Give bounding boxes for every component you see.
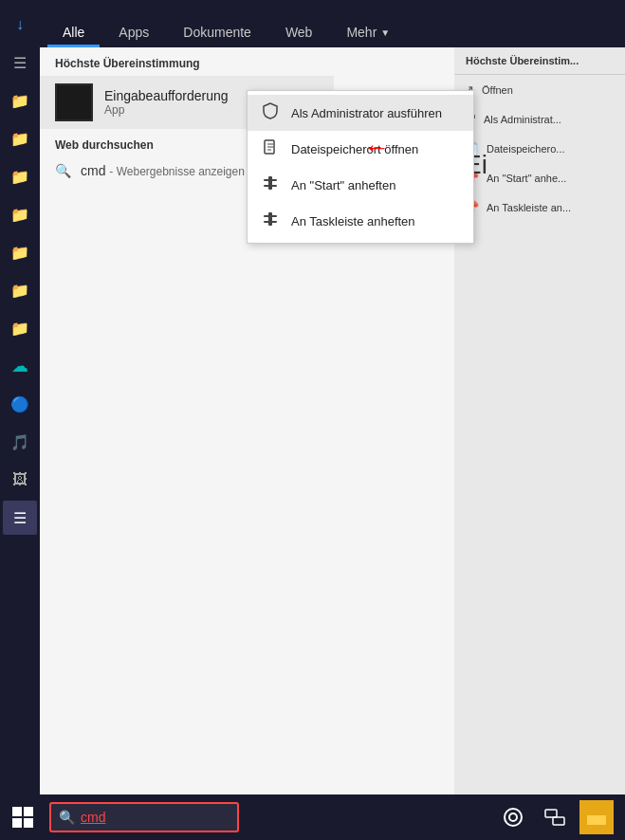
right-panel-item-open[interactable]: ↗ Öffnen [454, 75, 625, 104]
taskbar-system-icons [496, 800, 625, 834]
result-name: Eingabeaufforderung [104, 88, 229, 103]
start-button[interactable] [0, 794, 46, 840]
tab-apps[interactable]: Apps [103, 17, 164, 47]
best-match-title: Höchste Übereinstimmung [40, 47, 334, 76]
pin-task-icon-ctx [261, 210, 280, 231]
shield-icon-ctx [261, 102, 280, 123]
file-icon-ctx [261, 138, 280, 159]
context-menu: Als Administrator ausführen Dateispeiche… [247, 90, 474, 244]
taskbar: 🔍 cmd [0, 794, 625, 840]
context-item-admin[interactable]: Als Administrator ausführen [248, 95, 473, 131]
web-query-text: cmd - Webergebnisse anzeigen [81, 163, 245, 178]
tab-web[interactable]: Web [270, 17, 328, 47]
context-label-file: Dateispeicherort öffnen [291, 142, 418, 156]
tab-mehr[interactable]: Mehr ▼ [331, 17, 405, 47]
svg-rect-9 [12, 818, 22, 828]
sidebar-icon-photos[interactable]: 🖼 [3, 463, 37, 497]
svg-point-12 [509, 813, 517, 821]
context-label-pinstart: An "Start" anheften [291, 178, 395, 192]
svg-rect-13 [545, 810, 557, 817]
sidebar-icon-folder4[interactable]: 📁 [3, 197, 37, 231]
sidebar-icon-active[interactable]: ☰ [3, 501, 37, 535]
web-search-icon: 🔍 [55, 163, 71, 178]
sidebar-icon-folder3[interactable]: 📁 [3, 159, 37, 193]
mehr-chevron-icon: ▼ [380, 27, 390, 38]
sidebar-icon-music[interactable]: 🎵 [3, 425, 37, 459]
context-label-admin: Als Administrator ausführen [291, 106, 442, 120]
svg-point-11 [505, 809, 522, 826]
tab-alle[interactable]: Alle [47, 17, 100, 47]
taskbar-cortana-icon[interactable] [496, 800, 530, 834]
sidebar-icon-folder6[interactable]: 📁 [3, 273, 37, 307]
sidebar-icon-folder7[interactable]: 📁 [3, 311, 37, 345]
red-arrow-indicator: ← [363, 133, 390, 163]
tab-dokumente[interactable]: Dokumente [168, 17, 267, 47]
app-icon [55, 83, 93, 121]
taskbar-taskview-icon[interactable] [538, 800, 572, 834]
right-panel-item-pintask[interactable]: 📌 An Taskleiste an... [454, 192, 625, 222]
svg-rect-7 [12, 807, 22, 816]
sidebar-icon-store[interactable]: 🔵 [3, 387, 37, 421]
sidebar-icon-folder2[interactable]: 📁 [3, 121, 37, 155]
sidebar-icon-folder1[interactable]: 📁 [3, 83, 37, 118]
result-type: App [104, 103, 229, 117]
taskbar-files-icon[interactable] [579, 800, 614, 834]
right-panel-title: Höchste Übereinstim... [454, 47, 625, 75]
nav-tabs: Alle Apps Dokumente Web Mehr ▼ [40, 0, 625, 47]
taskbar-search-text: cmd [81, 810, 105, 825]
svg-rect-14 [553, 817, 564, 825]
sidebar-left: ↓ ☰ 📁 📁 📁 📁 📁 📁 📁 ☁ 🔵 🎵 🖼 ☰ [0, 0, 40, 794]
taskbar-search-icon: 🔍 [59, 810, 75, 825]
svg-rect-3 [268, 176, 272, 190]
svg-rect-6 [268, 212, 272, 226]
right-panel-item-admin[interactable]: 🛡 Als Administrat... [454, 104, 625, 134]
result-text: Eingabeaufforderung App [104, 88, 229, 117]
sidebar-icon-onedrive[interactable]: ☁ [3, 349, 37, 383]
context-label-pintask: An Taskleiste anheften [291, 214, 415, 228]
svg-rect-10 [24, 818, 33, 828]
context-item-file[interactable]: Dateispeicherort öffnen [248, 131, 473, 167]
taskbar-search-bar[interactable]: 🔍 cmd [49, 802, 239, 832]
sidebar-icon-folder5[interactable]: 📁 [3, 235, 37, 269]
sidebar-icon-download[interactable]: ↓ [3, 8, 37, 42]
pin-start-icon-ctx [261, 174, 280, 195]
context-item-pintask[interactable]: An Taskleiste anheften [248, 203, 473, 239]
sidebar-icon-menu[interactable]: ☰ [3, 46, 37, 80]
svg-rect-8 [24, 807, 33, 816]
context-item-pinstart[interactable]: An "Start" anheften [248, 167, 473, 203]
